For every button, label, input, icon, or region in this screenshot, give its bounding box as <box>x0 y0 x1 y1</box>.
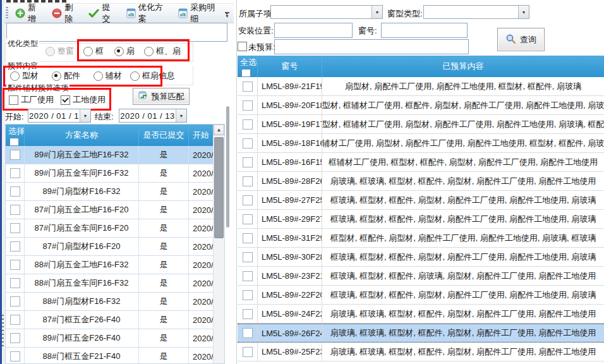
row-checkbox[interactable] <box>10 150 20 160</box>
row-checkbox[interactable] <box>10 241 20 252</box>
not-budgeted-input[interactable] <box>274 39 469 54</box>
row-checkbox[interactable] <box>243 309 253 319</box>
toolbar-overflow-button[interactable]: ▼ <box>223 8 231 21</box>
panel-splitter[interactable] <box>226 106 229 228</box>
row-checkbox[interactable] <box>243 82 253 92</box>
table-row[interactable]: LM5L-89#-31F29 框型材, 框配件, 扇型材, 扇配件工厂使用, 扇… <box>238 229 604 248</box>
row-checkbox[interactable] <box>243 347 253 357</box>
splitter-grip-dots[interactable] <box>2 315 4 346</box>
table-row[interactable]: LM5L-89#-26F24 扇玻璃, 框玻璃, 框型材, 框配件, 扇型材, … <box>238 324 604 343</box>
not-budgeted-checkbox[interactable] <box>238 42 247 51</box>
table-row[interactable]: LM5L-89#-16F15 框辅材工厂使用, 框型材, 框配件, 扇型材, 扇… <box>238 153 604 172</box>
row-checkbox[interactable] <box>10 260 20 270</box>
row-checkbox[interactable] <box>243 157 253 167</box>
table-row[interactable]: LM5L-89#-30F28 框玻璃, 框型材, 框配件, 扇型材, 扇配件工厂… <box>238 248 604 267</box>
sub-item-dropdown[interactable]: ▼ <box>270 5 383 19</box>
row-checkbox[interactable] <box>10 186 20 197</box>
plan-table-scrollbar[interactable]: ▲ <box>213 124 224 363</box>
checkbox-icon[interactable] <box>9 95 18 105</box>
header-budgeted-content[interactable]: 已预算内容 <box>322 56 604 77</box>
table-row[interactable]: 87#门扇型材F16-F20 是 2020/0 <box>6 238 224 256</box>
radio-icon[interactable] <box>83 47 93 56</box>
table-row[interactable]: LM5L-89#-24F22 扇玻璃, 框玻璃, 框型材, 框配件, 扇型材, … <box>238 305 604 324</box>
header-window-no[interactable]: 窗号 <box>258 56 322 77</box>
row-checkbox[interactable] <box>10 205 20 215</box>
row-checkbox[interactable] <box>243 195 253 205</box>
radio-frame[interactable]: 框 <box>83 46 104 57</box>
scroll-up-icon[interactable]: ▲ <box>214 124 224 135</box>
radio-icon[interactable] <box>10 71 20 81</box>
budget-match-button[interactable]: 预算匹配 <box>133 88 190 105</box>
toolbar-grip[interactable] <box>6 7 8 20</box>
chevron-down-icon[interactable]: ▼ <box>176 109 186 122</box>
plan-filter-input[interactable] <box>6 23 227 42</box>
table-row[interactable]: 88#门框五金F21-F40 是 2020/0 <box>6 348 224 364</box>
chevron-down-icon[interactable]: ▼ <box>80 109 90 122</box>
header-plan-name[interactable]: 方案名称 <box>25 124 139 146</box>
checkbox-icon[interactable] <box>61 95 70 105</box>
radio-accessory[interactable]: 配件 <box>52 70 80 82</box>
table-row[interactable]: LM5L-89#-27F25 框玻璃, 框型材, 框配件, 扇型材, 扇配件工厂… <box>238 191 604 210</box>
row-checkbox[interactable] <box>243 252 253 262</box>
table-row[interactable]: 88#门扇型材F16-F32 是 2020/0 <box>6 293 224 311</box>
chevron-down-icon[interactable]: ▼ <box>371 6 382 18</box>
radio-icon[interactable] <box>144 47 154 56</box>
table-row[interactable]: 88#门扇五金车间F16-F32 是 2020/0 <box>6 274 224 293</box>
radio-sash[interactable]: 扇 <box>114 46 135 57</box>
table-row[interactable]: 87#门扇五金车间F16-F20 是 2020/0 <box>6 219 224 238</box>
row-checkbox[interactable] <box>243 176 253 186</box>
header-submitted[interactable]: 是否已提交 <box>139 124 189 146</box>
select-all-checkbox[interactable] <box>241 69 251 77</box>
table-row[interactable]: LM5L-89#-18F16 框辅材工厂使用, 扇型材, 扇配件工厂使用, 扇配… <box>238 134 604 153</box>
row-checkbox[interactable] <box>10 168 20 178</box>
window-no-input[interactable] <box>381 23 468 38</box>
table-row[interactable]: LM5L-89#-22F20 框玻璃, 框型材, 框配件, 扇型材, 扇配件工厂… <box>238 286 604 305</box>
row-checkbox[interactable] <box>243 328 253 338</box>
row-checkbox[interactable] <box>243 119 253 130</box>
table-row[interactable]: LM5L-89#-21F19 扇型材, 扇配件工厂使用, 扇配件工地使用, 框型… <box>238 77 604 96</box>
row-checkbox[interactable] <box>243 138 253 149</box>
scrollbar-thumb[interactable] <box>214 137 224 238</box>
radio-frame-sash-info[interactable]: 框扇信息 <box>130 70 175 82</box>
table-row[interactable]: 89#门扇型材F16-F32 是 2020/0 <box>6 183 224 201</box>
table-row[interactable]: LM5L-89#-28F26 扇玻璃, 框玻璃, 框型材, 框配件, 扇型材, … <box>238 172 604 191</box>
row-checkbox[interactable] <box>243 271 253 281</box>
table-row[interactable]: LM5L-89#-20F18 框型材, 框辅材工厂使用, 框配件, 扇型材, 扇… <box>238 96 604 115</box>
radio-icon[interactable] <box>52 71 61 81</box>
chevron-down-icon[interactable]: ▼ <box>518 6 529 18</box>
radio-icon[interactable] <box>94 71 103 81</box>
radio-auxiliary[interactable]: 辅材 <box>94 70 122 82</box>
row-checkbox[interactable] <box>10 351 20 361</box>
row-checkbox[interactable] <box>10 333 20 343</box>
table-row[interactable]: 88#门扇五金工地F16-F32 是 2020/0 <box>6 256 224 274</box>
row-checkbox[interactable] <box>10 296 20 306</box>
table-row[interactable]: 87#门框五金F26-F40 是 2020/0 <box>6 311 224 329</box>
date-start-picker[interactable]: 2020 / 01 / 1 ▼ <box>28 109 91 123</box>
row-checkbox[interactable] <box>243 290 253 300</box>
row-checkbox[interactable] <box>10 315 20 325</box>
radio-frame-sash[interactable]: 框、扇 <box>144 46 181 57</box>
row-checkbox[interactable] <box>243 100 253 111</box>
table-row[interactable]: 89#门扇五金工地F16-F32 是 2020/0 <box>6 146 224 164</box>
radio-icon[interactable] <box>130 71 140 81</box>
table-row[interactable]: 89#门框五金F26-F40 是 2020/0 <box>6 329 224 348</box>
checkbox-site-use[interactable]: 工地使用 <box>61 94 106 106</box>
table-row[interactable]: 89#门扇五金车间F16-F32 是 2020/0 <box>6 164 224 183</box>
table-row[interactable]: LM5L-89#-23F21 框玻璃, 框型材, 框配件, 扇玻璃, 扇型材, … <box>238 267 604 286</box>
radio-profile[interactable]: 型材 <box>10 70 39 82</box>
row-checkbox[interactable] <box>10 278 20 288</box>
row-checkbox[interactable] <box>243 233 253 243</box>
header-start[interactable]: 开始 <box>189 124 215 146</box>
window-type-dropdown[interactable]: ▼ <box>423 5 529 19</box>
checkbox-factory-use[interactable]: 工厂使用 <box>9 94 54 106</box>
table-row[interactable]: LM5L-89#-19F17 框型材, 框辅材工厂使用, 扇型材, 扇配件工厂使… <box>238 115 604 134</box>
row-checkbox[interactable] <box>243 214 253 224</box>
select-all-checkbox[interactable] <box>9 138 19 146</box>
radio-icon[interactable] <box>114 47 124 56</box>
date-end-picker[interactable]: 2020 / 01 / 13 ▼ <box>119 109 187 123</box>
table-row[interactable]: LM5L-89#-29F27 框玻璃, 框型材, 框配件, 扇型材, 扇配件工厂… <box>238 210 604 229</box>
query-button[interactable]: 查询 <box>497 28 545 51</box>
install-pos-input[interactable] <box>274 23 353 38</box>
table-row[interactable]: LM5L-89#-25F23 扇玻璃, 框玻璃, 框型材, 框配件, 扇型材, … <box>238 343 604 361</box>
row-checkbox[interactable] <box>10 223 20 233</box>
